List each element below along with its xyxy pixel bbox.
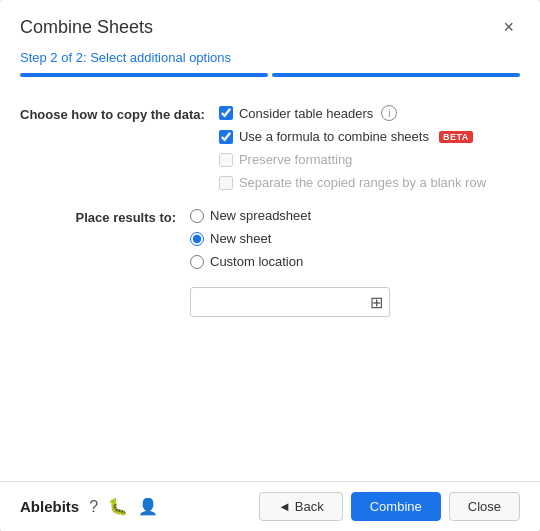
bug-icon[interactable]: 🐛 [108,497,128,516]
copy-label: Choose how to copy the data: [20,105,219,122]
custom-location-label: Custom location [210,254,303,269]
place-label: Place results to: [20,208,190,225]
step-text: Step 2 of 2: Select additional options [20,50,520,65]
dialog-title: Combine Sheets [20,17,153,38]
dialog-header: Combine Sheets × [0,0,540,50]
dialog-footer: Ablebits ? 🐛 👤 ◄ Back Combine Close [0,481,540,531]
new-sheet-radio[interactable] [190,232,204,246]
option-new-spreadsheet: New spreadsheet [190,208,311,223]
step-section: Step 2 of 2: Select additional options [0,50,540,73]
option-custom-location: Custom location [190,254,311,269]
dialog-body: Choose how to copy the data: Consider ta… [0,85,540,481]
option-new-sheet: New sheet [190,231,311,246]
progress-bar [20,73,520,77]
location-input-row: ⊞ [190,287,520,317]
combine-button[interactable]: Combine [351,492,441,521]
new-spreadsheet-radio[interactable] [190,209,204,223]
close-button[interactable]: Close [449,492,520,521]
back-button[interactable]: ◄ Back [259,492,343,521]
back-arrow-icon: ◄ [278,499,291,514]
preserve-formatting-checkbox [219,153,233,167]
use-formula-label: Use a formula to combine sheets [239,129,429,144]
option-preserve-formatting: Preserve formatting [219,152,486,167]
progress-segment-1 [20,73,268,77]
footer-right: ◄ Back Combine Close [259,492,520,521]
use-formula-checkbox[interactable] [219,130,233,144]
progress-bar-wrapper [0,73,540,85]
step-link[interactable]: Select additional options [90,50,231,65]
consider-headers-checkbox[interactable] [219,106,233,120]
beta-badge: BETA [439,131,473,143]
new-sheet-label: New sheet [210,231,271,246]
option-consider-headers: Consider table headers i [219,105,486,121]
copy-section: Choose how to copy the data: Consider ta… [20,105,520,190]
location-input[interactable] [195,295,368,310]
ablebits-logo: Ablebits [20,498,79,515]
back-label: Back [295,499,324,514]
copy-options: Consider table headers i Use a formula t… [219,105,486,190]
info-icon[interactable]: i [381,105,397,121]
combine-sheets-dialog: Combine Sheets × Step 2 of 2: Select add… [0,0,540,531]
option-separate-blank-row: Separate the copied ranges by a blank ro… [219,175,486,190]
consider-headers-label: Consider table headers [239,106,373,121]
footer-left: Ablebits ? 🐛 👤 [20,497,158,516]
separate-blank-row-checkbox [219,176,233,190]
close-icon[interactable]: × [497,16,520,38]
place-options: New spreadsheet New sheet Custom locatio… [190,208,311,269]
step-label: Step 2 of 2: [20,50,87,65]
option-use-formula: Use a formula to combine sheets BETA [219,129,486,144]
preserve-formatting-label: Preserve formatting [239,152,352,167]
user-icon[interactable]: 👤 [138,497,158,516]
separate-blank-row-label: Separate the copied ranges by a blank ro… [239,175,486,190]
progress-segment-2 [272,73,520,77]
custom-location-radio[interactable] [190,255,204,269]
new-spreadsheet-label: New spreadsheet [210,208,311,223]
place-section: Place results to: New spreadsheet New sh… [20,208,520,269]
location-input-wrapper: ⊞ [190,287,390,317]
grid-icon[interactable]: ⊞ [368,291,385,314]
help-icon[interactable]: ? [89,498,98,516]
